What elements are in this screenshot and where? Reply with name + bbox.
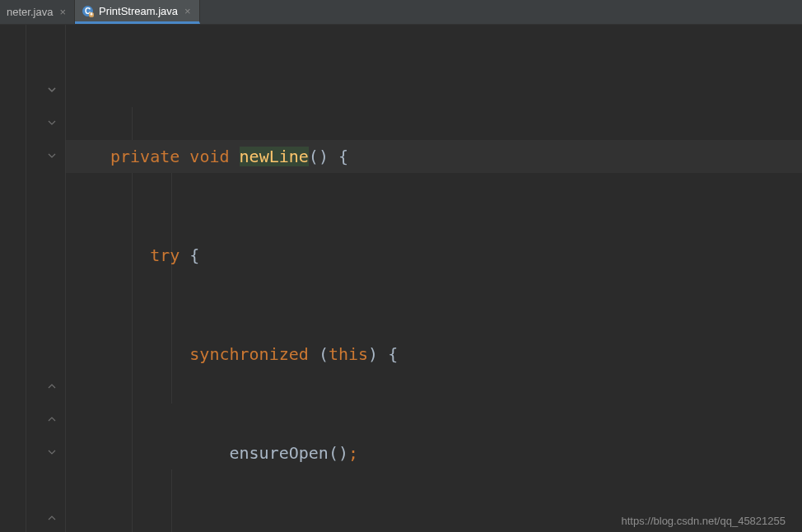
- close-icon[interactable]: ×: [58, 6, 68, 18]
- gutter-divider: [26, 25, 26, 532]
- keyword-try: try: [150, 245, 180, 265]
- code-line: ensureOpen();: [66, 436, 802, 469]
- paren-open: (: [319, 344, 329, 364]
- java-class-icon: C: [82, 5, 94, 17]
- tab-label: PrintStream.java: [99, 5, 178, 17]
- parentheses: (): [309, 147, 329, 166]
- editor-tabs: neter.java × C PrintStream.java ×: [0, 0, 802, 25]
- method-call: ensureOpen: [230, 443, 329, 463]
- gutter: [0, 25, 66, 532]
- watermark-text: https://blog.csdn.net/qq_45821255: [622, 515, 786, 527]
- code-line: synchronized (this) {: [66, 338, 802, 371]
- semicolon: ;: [348, 443, 358, 463]
- code-editor[interactable]: private void newLine() { try { synchroni…: [0, 25, 802, 532]
- fold-marker-icon[interactable]: [46, 380, 58, 392]
- keyword-private: private: [110, 147, 180, 166]
- fold-marker-icon[interactable]: [46, 446, 58, 458]
- brace-open: {: [388, 344, 398, 364]
- fold-marker-icon[interactable]: [46, 150, 58, 161]
- parentheses: (): [329, 443, 348, 463]
- brace-open: {: [338, 147, 348, 166]
- keyword-synchronized: synchronized: [189, 344, 309, 364]
- tab-active[interactable]: C PrintStream.java ×: [75, 0, 200, 24]
- brace-open: {: [189, 245, 199, 265]
- paren-close: ): [368, 344, 378, 364]
- fold-marker-icon[interactable]: [46, 117, 58, 128]
- keyword-this: this: [329, 344, 368, 364]
- code-line: try {: [66, 239, 802, 272]
- fold-marker-icon[interactable]: [46, 413, 58, 425]
- code-area[interactable]: private void newLine() { try { synchroni…: [66, 25, 802, 532]
- tab-label: neter.java: [7, 6, 53, 18]
- code-line: private void newLine() {: [66, 140, 802, 173]
- fold-marker-icon[interactable]: [46, 512, 58, 524]
- close-icon[interactable]: ×: [183, 5, 193, 17]
- fold-marker-icon[interactable]: [46, 84, 58, 96]
- keyword-void: void: [189, 147, 229, 166]
- tab-inactive[interactable]: neter.java ×: [0, 0, 75, 24]
- method-name: newLine: [240, 147, 309, 166]
